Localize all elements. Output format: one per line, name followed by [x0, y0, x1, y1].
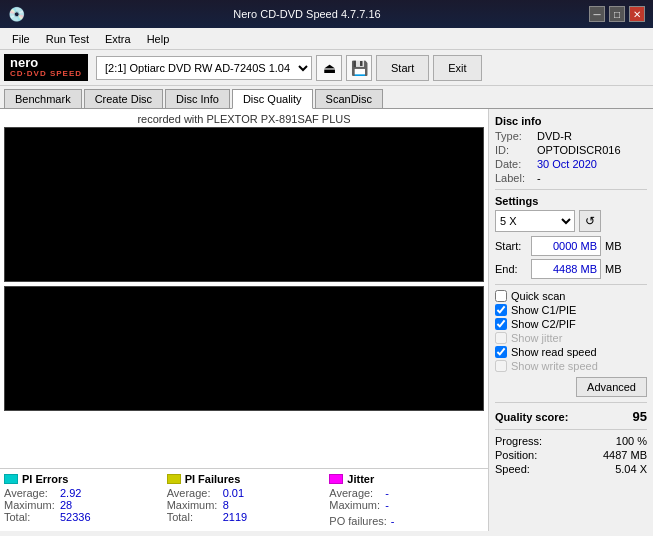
pi-errors-max-label: Maximum: [4, 499, 56, 511]
exit-button[interactable]: Exit [433, 55, 481, 81]
end-mb-label: End: [495, 263, 527, 275]
start-button[interactable]: Start [376, 55, 429, 81]
tab-disc-info[interactable]: Disc Info [165, 89, 230, 108]
pi-errors-total-label: Total: [4, 511, 56, 523]
c1-pie-label: Show C1/PIE [511, 304, 576, 316]
tab-benchmark[interactable]: Benchmark [4, 89, 82, 108]
write-speed-checkbox[interactable] [495, 360, 507, 372]
c2-pif-label: Show C2/PIF [511, 318, 576, 330]
pi-failures-total-value: 2119 [223, 511, 247, 523]
quick-scan-checkbox[interactable] [495, 290, 507, 302]
advanced-button[interactable]: Advanced [576, 377, 647, 397]
titlebar-title: Nero CD-DVD Speed 4.7.7.16 [25, 8, 589, 20]
jitter-checkbox[interactable] [495, 332, 507, 344]
type-label: Type: [495, 130, 537, 142]
logo-sub: CD·DVD SPEED [10, 70, 82, 79]
pi-failures-legend [167, 474, 181, 484]
jitter-avg-row: Average: - [329, 487, 484, 499]
po-failures-value: - [391, 515, 395, 527]
date-row: Date: 30 Oct 2020 [495, 158, 647, 170]
pi-failures-total-row: Total: 2119 [167, 511, 322, 523]
quality-score-label: Quality score: [495, 411, 568, 423]
jitter-label: Jitter [347, 473, 374, 485]
menubar: File Run Test Extra Help [0, 28, 653, 50]
c1-pie-checkbox[interactable] [495, 304, 507, 316]
logo-main: nero [10, 56, 82, 70]
settings-title: Settings [495, 195, 647, 207]
quick-scan-label: Quick scan [511, 290, 565, 302]
toolbar: nero CD·DVD SPEED [2:1] Optiarc DVD RW A… [0, 50, 653, 86]
pi-failures-max-row: Maximum: 8 [167, 499, 322, 511]
jitter-header: Jitter [329, 473, 484, 485]
label-row: Label: - [495, 172, 647, 184]
advanced-btn-row: Advanced [495, 374, 647, 397]
read-speed-label: Show read speed [511, 346, 597, 358]
refresh-icon-button[interactable]: ↺ [579, 210, 601, 232]
position-label: Position: [495, 449, 545, 461]
tab-scan-disc[interactable]: ScanDisc [315, 89, 383, 108]
progress-row: Progress: 100 % [495, 435, 647, 447]
jitter-max-label: Maximum: [329, 499, 381, 511]
separator-3 [495, 402, 647, 403]
separator-4 [495, 429, 647, 430]
end-mb-input[interactable] [531, 259, 601, 279]
write-speed-label: Show write speed [511, 360, 598, 372]
quick-scan-row: Quick scan [495, 290, 647, 302]
quality-row: Quality score: 95 [495, 409, 647, 424]
pi-errors-label: PI Errors [22, 473, 68, 485]
c1-pie-row: Show C1/PIE [495, 304, 647, 316]
pi-failures-avg-label: Average: [167, 487, 219, 499]
start-mb-input[interactable] [531, 236, 601, 256]
jitter-avg-value: - [385, 487, 389, 499]
pi-failures-avg-value: 0.01 [223, 487, 244, 499]
titlebar-icon: 💿 [8, 6, 25, 22]
chart-title: recorded with PLEXTOR PX-891SAF PLUS [4, 113, 484, 125]
pi-errors-avg-row: Average: 2.92 [4, 487, 159, 499]
save-icon-button[interactable]: 💾 [346, 55, 372, 81]
tabs: Benchmark Create Disc Disc Info Disc Qua… [0, 86, 653, 109]
position-value: 4487 MB [603, 449, 647, 461]
progress-value: 100 % [616, 435, 647, 447]
label-value: - [537, 172, 541, 184]
menu-file[interactable]: File [4, 31, 38, 47]
speed-row: Speed: 5.04 X [495, 463, 647, 475]
tab-disc-quality[interactable]: Disc Quality [232, 89, 313, 109]
maximize-button[interactable]: □ [609, 6, 625, 22]
po-failures-row: PO failures: - [329, 515, 484, 527]
type-value: DVD-R [537, 130, 572, 142]
read-speed-checkbox[interactable] [495, 346, 507, 358]
progress-label: Progress: [495, 435, 545, 447]
close-button[interactable]: ✕ [629, 6, 645, 22]
pi-errors-total-row: Total: 52336 [4, 511, 159, 523]
speed-select[interactable]: 5 X [495, 210, 575, 232]
pi-failures-max-value: 8 [223, 499, 229, 511]
tab-create-disc[interactable]: Create Disc [84, 89, 163, 108]
pi-failures-max-label: Maximum: [167, 499, 219, 511]
jitter-max-row: Maximum: - [329, 499, 484, 511]
pi-errors-header: PI Errors [4, 473, 159, 485]
date-value: 30 Oct 2020 [537, 158, 597, 170]
start-mb-unit: MB [605, 240, 622, 252]
pi-errors-total-value: 52336 [60, 511, 91, 523]
chart-bottom [4, 286, 484, 411]
eject-icon-button[interactable]: ⏏ [316, 55, 342, 81]
pi-errors-legend [4, 474, 18, 484]
pi-failures-total-label: Total: [167, 511, 219, 523]
c2-pif-checkbox[interactable] [495, 318, 507, 330]
date-label: Date: [495, 158, 537, 170]
titlebar-controls: ─ □ ✕ [589, 6, 645, 22]
settings-speed-row: 5 X ↺ [495, 210, 647, 232]
menu-extra[interactable]: Extra [97, 31, 139, 47]
nero-logo: nero CD·DVD SPEED [4, 54, 88, 81]
menu-help[interactable]: Help [139, 31, 178, 47]
drive-select[interactable]: [2:1] Optiarc DVD RW AD-7240S 1.04 [96, 56, 312, 80]
jitter-row: Show jitter [495, 332, 647, 344]
c2-pif-row: Show C2/PIF [495, 318, 647, 330]
minimize-button[interactable]: ─ [589, 6, 605, 22]
pi-failures-avg-row: Average: 0.01 [167, 487, 322, 499]
type-row: Type: DVD-R [495, 130, 647, 142]
id-row: ID: OPTODISCR016 [495, 144, 647, 156]
menu-run-test[interactable]: Run Test [38, 31, 97, 47]
jitter-avg-label: Average: [329, 487, 381, 499]
end-mb-unit: MB [605, 263, 622, 275]
